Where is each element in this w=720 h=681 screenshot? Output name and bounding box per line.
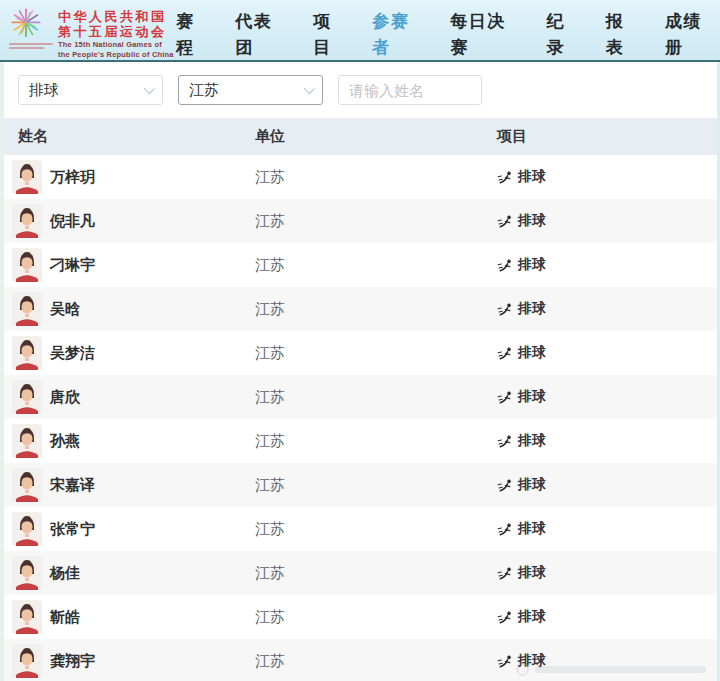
athlete-avatar	[12, 644, 42, 678]
athlete-name-input[interactable]	[338, 75, 482, 105]
athlete-event: 排球	[518, 608, 546, 626]
chevron-down-icon	[144, 83, 155, 94]
nav-item-results-book[interactable]: 成绩 册	[665, 9, 702, 60]
table-row[interactable]: 吴梦洁 江苏 排球	[0, 331, 720, 375]
main-nav: 赛 程 代表 团 项 目 参赛 者 每日决 赛 纪 录 报 表 成绩 册	[166, 0, 720, 60]
athlete-name: 万梓玥	[50, 168, 95, 187]
nav-item-participants[interactable]: 参赛 者	[372, 9, 409, 60]
table-header-row: 姓名 单位 项目	[0, 118, 720, 155]
col-header-name: 姓名	[0, 127, 237, 146]
athlete-name: 唐欣	[50, 388, 80, 407]
table-row[interactable]: 万梓玥 江苏 排球	[0, 155, 720, 199]
athlete-event: 排球	[518, 388, 546, 406]
athlete-unit: 江苏	[237, 652, 479, 671]
athlete-event: 排球	[518, 212, 546, 230]
participants-table: 姓名 单位 项目 万梓玥 江苏 排球 倪非凡 江苏 排球 刁琳宇 江苏 排球 吴…	[0, 118, 720, 681]
volleyball-icon	[497, 214, 512, 229]
volleyball-icon	[497, 346, 512, 361]
table-body: 万梓玥 江苏 排球 倪非凡 江苏 排球 刁琳宇 江苏 排球 吴晗 江苏 排球 吴…	[0, 155, 720, 681]
national-games-emblem-icon	[8, 6, 44, 42]
volleyball-icon	[497, 302, 512, 317]
sport-select[interactable]: 排球	[18, 75, 163, 105]
region-select[interactable]: 江苏	[178, 75, 323, 105]
volleyball-icon	[497, 610, 512, 625]
sport-select-value: 排球	[29, 81, 59, 100]
col-header-unit: 单位	[237, 127, 479, 146]
nav-item-records[interactable]: 纪 录	[546, 9, 565, 60]
athlete-unit: 江苏	[237, 608, 479, 627]
games-title-en-2: the People's Republic of China	[58, 50, 174, 59]
athlete-event: 排球	[518, 256, 546, 274]
col-header-event: 项目	[479, 127, 720, 146]
volleyball-icon	[497, 434, 512, 449]
athlete-unit: 江苏	[237, 476, 479, 495]
athlete-name: 孙燕	[50, 432, 80, 451]
table-row[interactable]: 张常宁 江苏 排球	[0, 507, 720, 551]
filter-bar: 排球 江苏	[0, 62, 720, 118]
athlete-name: 宋嘉译	[50, 476, 95, 495]
athlete-unit: 江苏	[237, 300, 479, 319]
athlete-unit: 江苏	[237, 256, 479, 275]
nav-item-daily-finals[interactable]: 每日决 赛	[450, 9, 506, 60]
athlete-event: 排球	[518, 564, 546, 582]
athlete-event: 排球	[518, 432, 546, 450]
athlete-avatar	[12, 248, 42, 282]
volleyball-icon	[497, 170, 512, 185]
athlete-unit: 江苏	[237, 168, 479, 187]
athlete-avatar	[12, 512, 42, 546]
nav-item-schedule[interactable]: 赛 程	[176, 9, 195, 60]
top-header: 中华人民共和国 第十五届运动会 The 15th National Games …	[0, 0, 720, 62]
table-row[interactable]: 龚翔宇 江苏 排球	[0, 639, 720, 681]
athlete-avatar	[12, 336, 42, 370]
table-row[interactable]: 吴晗 江苏 排球	[0, 287, 720, 331]
athlete-name: 刁琳宇	[50, 256, 95, 275]
volleyball-icon	[497, 654, 512, 669]
games-title-cn-2: 第十五届运动会	[58, 24, 174, 39]
page-edge-left	[0, 62, 4, 681]
volleyball-icon	[497, 390, 512, 405]
athlete-avatar	[12, 380, 42, 414]
volleyball-icon	[497, 478, 512, 493]
chevron-down-icon	[304, 83, 315, 94]
athlete-unit: 江苏	[237, 432, 479, 451]
athlete-avatar	[12, 468, 42, 502]
athlete-name: 靳皓	[50, 608, 80, 627]
athlete-avatar	[12, 600, 42, 634]
athlete-name: 杨佳	[50, 564, 80, 583]
athlete-event: 排球	[518, 476, 546, 494]
table-row[interactable]: 倪非凡 江苏 排球	[0, 199, 720, 243]
table-row[interactable]: 唐欣 江苏 排球	[0, 375, 720, 419]
games-logo-home[interactable]: 中华人民共和国 第十五届运动会 The 15th National Games …	[0, 0, 166, 60]
athlete-avatar	[12, 204, 42, 238]
athlete-name: 张常宁	[50, 520, 95, 539]
table-row[interactable]: 刁琳宇 江苏 排球	[0, 243, 720, 287]
volleyball-icon	[497, 258, 512, 273]
athlete-event: 排球	[518, 520, 546, 538]
athlete-name: 吴晗	[50, 300, 80, 319]
athlete-name: 倪非凡	[50, 212, 95, 231]
athlete-unit: 江苏	[237, 212, 479, 231]
nav-item-delegations[interactable]: 代表 团	[235, 9, 272, 60]
table-row[interactable]: 杨佳 江苏 排球	[0, 551, 720, 595]
games-title-cn-1: 中华人民共和国	[58, 9, 174, 24]
athlete-event: 排球	[518, 344, 546, 362]
nav-item-reports[interactable]: 报 表	[606, 9, 625, 60]
athlete-unit: 江苏	[237, 564, 479, 583]
athlete-event: 排球	[518, 652, 546, 670]
volleyball-icon	[497, 566, 512, 581]
region-select-value: 江苏	[189, 81, 219, 100]
table-row[interactable]: 孙燕 江苏 排球	[0, 419, 720, 463]
athlete-unit: 江苏	[237, 388, 479, 407]
athlete-name: 龚翔宇	[50, 652, 95, 671]
games-title: 中华人民共和国 第十五届运动会 The 15th National Games …	[52, 6, 174, 60]
games-title-en-1: The 15th National Games of	[58, 40, 174, 49]
athlete-avatar	[12, 292, 42, 326]
table-row[interactable]: 宋嘉译 江苏 排球	[0, 463, 720, 507]
logo-tagline-decoration	[9, 43, 53, 51]
athlete-event: 排球	[518, 300, 546, 318]
table-row[interactable]: 靳皓 江苏 排球	[0, 595, 720, 639]
athlete-avatar	[12, 160, 42, 194]
nav-item-events[interactable]: 项 目	[313, 9, 332, 60]
athlete-unit: 江苏	[237, 344, 479, 363]
volleyball-icon	[497, 522, 512, 537]
